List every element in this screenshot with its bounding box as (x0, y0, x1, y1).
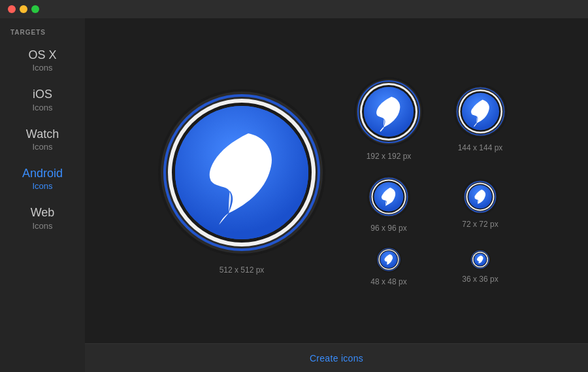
icon-192-label: 192 x 192 px (367, 152, 412, 161)
sidebar-item-osx[interactable]: OS X Icons (0, 41, 85, 80)
feather-icon-192 (353, 76, 425, 148)
sidebar-item-android[interactable]: Android Icons (0, 160, 85, 199)
sidebar-item-ios[interactable]: iOS Icons (0, 80, 85, 120)
title-bar (0, 0, 588, 18)
icon-item-72: 72 x 72 px (461, 178, 499, 229)
icon-item-96: 96 x 96 px (366, 174, 412, 233)
sidebar-watch-title: Watch (0, 127, 85, 142)
icon-item-144: 144 x 144 px (453, 84, 508, 152)
minimize-button[interactable] (20, 5, 27, 13)
feather-icon-72 (461, 178, 499, 216)
create-icons-button[interactable]: Create icons (310, 353, 363, 364)
main-feather-icon (157, 88, 327, 258)
sidebar: TARGETS OS X Icons iOS Icons Watch Icons… (0, 18, 85, 372)
sidebar-item-web[interactable]: Web Icons (0, 199, 85, 238)
icon-item-192: 192 x 192 px (353, 76, 425, 161)
sidebar-osx-title: OS X (0, 48, 85, 63)
icons-panel: 512 x 512 px (85, 18, 588, 343)
content-area: 512 x 512 px (85, 18, 588, 372)
icon-item-36: 36 x 36 px (462, 248, 498, 284)
sidebar-ios-title: iOS (0, 87, 85, 102)
bottom-bar: Create icons (85, 343, 588, 372)
feather-icon-144 (453, 84, 508, 139)
sidebar-android-title: Android (0, 166, 85, 181)
main-content: TARGETS OS X Icons iOS Icons Watch Icons… (0, 18, 588, 372)
sidebar-watch-sub: Icons (0, 142, 85, 153)
sidebar-ios-sub: Icons (0, 103, 85, 114)
icon-grid: 192 x 192 px (353, 76, 516, 286)
main-icon-area: 512 x 512 px (157, 88, 327, 275)
icon-item-48: 48 x 48 px (370, 246, 406, 286)
close-button[interactable] (8, 5, 16, 13)
icon-144-label: 144 x 144 px (458, 143, 503, 152)
icon-72-label: 72 x 72 px (462, 220, 498, 229)
feather-icon-96 (366, 174, 412, 220)
feather-icon-48 (375, 246, 402, 273)
icon-48-label: 48 x 48 px (370, 277, 406, 286)
feather-icon-36 (469, 248, 491, 271)
sidebar-item-watch[interactable]: Watch Icons (0, 120, 85, 160)
sidebar-osx-sub: Icons (0, 63, 85, 74)
main-icon-size-label: 512 x 512 px (220, 265, 265, 275)
sidebar-web-title: Web (0, 205, 85, 220)
maximize-button[interactable] (31, 5, 39, 13)
window-controls (8, 5, 39, 13)
sidebar-targets-label: TARGETS (0, 24, 85, 41)
icon-96-label: 96 x 96 px (370, 224, 406, 233)
sidebar-android-sub: Icons (0, 181, 85, 192)
icon-36-label: 36 x 36 px (462, 275, 498, 284)
sidebar-web-sub: Icons (0, 221, 85, 232)
